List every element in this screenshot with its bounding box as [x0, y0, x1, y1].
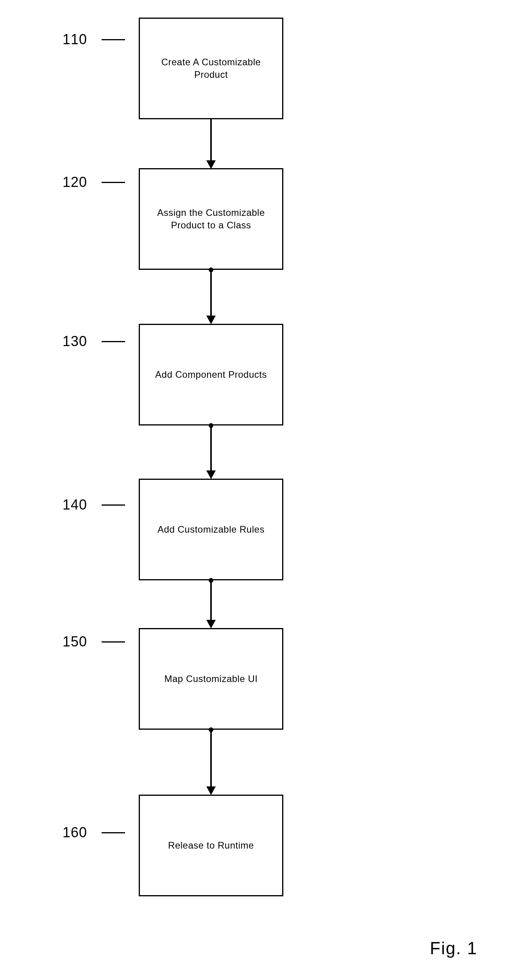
step-label-150: 150 — [63, 634, 87, 650]
step-label-110: 110 — [63, 31, 87, 48]
arrow-head-icon — [206, 786, 216, 795]
label-dash — [102, 39, 125, 40]
flowchart-page: 110 Create A Customizable Product 120 As… — [0, 0, 517, 980]
flow-box-160: Release to Runtime — [139, 795, 283, 896]
flow-box-120: Assign the Customizable Product to a Cla… — [139, 168, 283, 270]
flow-box-text: Assign the Customizable Product to a Cla… — [147, 206, 275, 232]
flow-box-text: Create A Customizable Product — [147, 56, 275, 81]
arrow-head-icon — [206, 160, 216, 169]
step-label-130: 130 — [63, 333, 87, 350]
flow-box-text: Add Customizable Rules — [157, 523, 265, 536]
label-dash — [102, 182, 125, 183]
label-dash — [102, 504, 125, 506]
flow-box-140: Add Customizable Rules — [139, 479, 283, 580]
step-label-120: 120 — [63, 174, 87, 190]
arrow-line — [210, 730, 212, 788]
figure-caption: Fig. 1 — [430, 939, 478, 958]
label-dash — [102, 641, 125, 643]
flow-box-130: Add Component Products — [139, 324, 283, 425]
label-dash — [102, 832, 125, 833]
arrow-line — [210, 119, 212, 162]
arrow-line — [210, 580, 212, 622]
arrow-line — [210, 270, 212, 318]
step-label-140: 140 — [63, 497, 87, 513]
flow-box-text: Add Component Products — [155, 368, 267, 381]
label-dash — [102, 341, 125, 342]
arrow-head-icon — [206, 316, 216, 324]
arrow-head-icon — [206, 470, 216, 479]
step-label-160: 160 — [63, 824, 87, 841]
arrow-head-icon — [206, 620, 216, 628]
flow-box-text: Release to Runtime — [168, 839, 254, 852]
arrow-line — [210, 425, 212, 472]
flow-box-110: Create A Customizable Product — [139, 18, 283, 119]
flow-box-150: Map Customizable UI — [139, 628, 283, 730]
flow-box-text: Map Customizable UI — [165, 673, 258, 685]
